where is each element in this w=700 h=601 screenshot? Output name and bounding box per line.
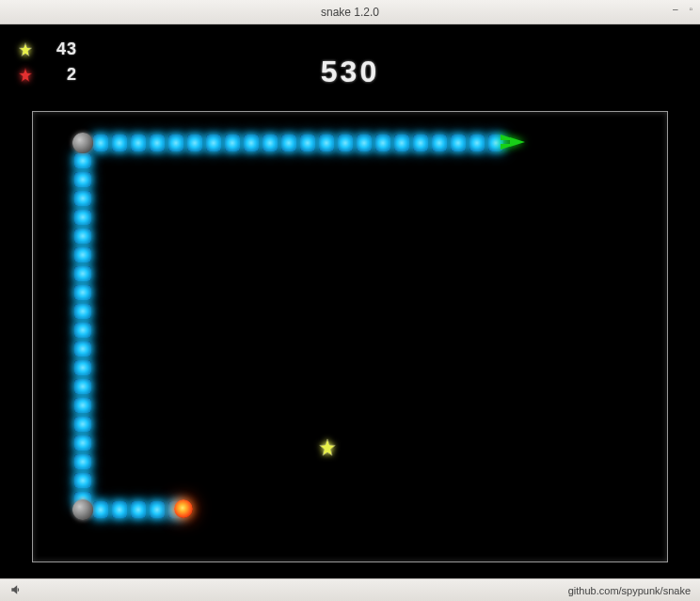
- hud: 43 2: [17, 40, 77, 85]
- snake-segment: [74, 210, 91, 225]
- hud-yellow-count: 43: [43, 40, 77, 59]
- star-red-icon: [17, 67, 34, 84]
- snake-segment: [281, 134, 296, 151]
- snake-segment: [357, 134, 372, 151]
- food-star-icon: [317, 437, 338, 458]
- snake-segment: [432, 134, 447, 151]
- snake-segment: [413, 134, 428, 151]
- snake-segment: [74, 323, 91, 338]
- snake-segment: [451, 134, 466, 151]
- score-display: 530: [321, 55, 379, 89]
- snake-head: [501, 134, 525, 150]
- snake-segment: [74, 172, 91, 187]
- snake-segment: [112, 134, 127, 151]
- snake-segment: [74, 473, 91, 488]
- snake-segment: [93, 134, 108, 151]
- hud-red-row: 2: [17, 65, 77, 85]
- snake-segment: [150, 134, 165, 151]
- snake-segment: [206, 134, 221, 151]
- snake-segment: [187, 134, 202, 151]
- snake-segment: [74, 153, 91, 168]
- snake-segment: [225, 134, 240, 151]
- game-board[interactable]: [32, 111, 668, 562]
- snake-segment: [74, 266, 91, 281]
- snake-segment: [131, 501, 146, 518]
- snake-segment: [93, 501, 108, 518]
- snake-segment: [74, 360, 91, 375]
- window-title: snake 1.2.0: [321, 6, 379, 19]
- snake-segment: [150, 501, 165, 518]
- snake-segment: [319, 134, 334, 151]
- snake-segment: [74, 304, 91, 319]
- snake-segment: [74, 435, 91, 451]
- snake-segment: [74, 191, 91, 206]
- snake-segment: [300, 134, 315, 151]
- snake-segment: [262, 134, 278, 151]
- hud-yellow-row: 43: [17, 40, 77, 59]
- snake-segment: [394, 134, 409, 151]
- star-yellow-icon: [17, 41, 34, 58]
- repo-link[interactable]: github.com/spypunk/snake: [568, 585, 691, 596]
- snake-segment: [74, 247, 91, 262]
- snake-segment: [74, 285, 91, 300]
- snake-segment: [244, 134, 259, 151]
- snake-segment: [338, 134, 353, 151]
- snake-corner: [72, 499, 93, 520]
- hud-red-count: 2: [43, 65, 77, 85]
- window-titlebar: snake 1.2.0 – ▫: [0, 0, 700, 24]
- snake-segment: [74, 454, 91, 469]
- snake-segment: [74, 398, 91, 413]
- snake-segment: [469, 134, 485, 151]
- snake-segment: [74, 379, 91, 394]
- maximize-button[interactable]: ▫: [689, 4, 692, 14]
- snake-segment: [74, 417, 91, 432]
- snake-segment: [112, 501, 127, 518]
- snake-segment: [74, 341, 91, 356]
- snake-segment: [131, 134, 146, 151]
- window-controls: – ▫: [673, 4, 692, 14]
- fireball-icon: [174, 499, 193, 518]
- snake-segment: [168, 134, 183, 151]
- snake-segment: [74, 229, 91, 244]
- speaker-icon[interactable]: [9, 583, 23, 598]
- snake-segment: [375, 134, 390, 151]
- status-bar: github.com/spypunk/snake: [0, 578, 700, 601]
- snake-corner: [72, 133, 93, 153]
- game-area[interactable]: 43 2 530: [0, 24, 700, 578]
- minimize-button[interactable]: –: [673, 4, 678, 14]
